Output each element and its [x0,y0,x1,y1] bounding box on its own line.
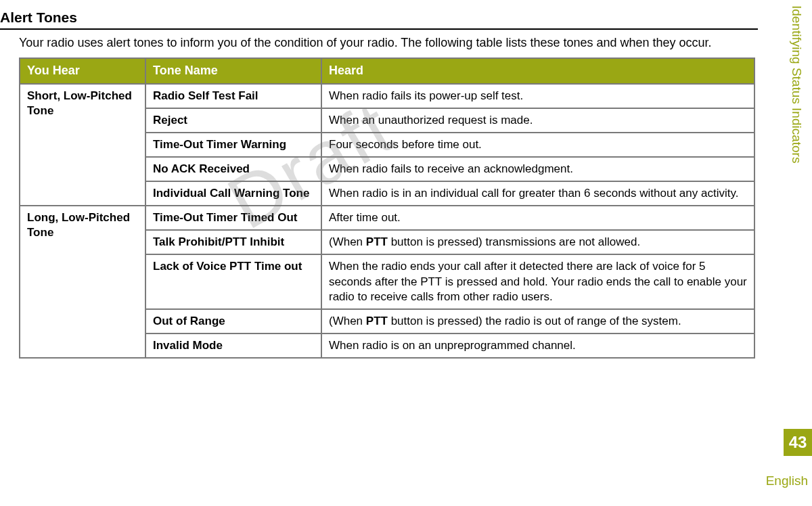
cell-tone-name: Talk Prohibit/PTT Inhibit [145,230,321,254]
cell-heard: When radio is in an individual call for … [321,181,754,206]
page-content: Alert Tones Your radio uses alert tones … [0,0,758,359]
cell-you-hear: Short, Low-Pitched Tone [20,84,145,206]
cell-heard: (When PTT button is pressed) transmissio… [321,230,754,254]
table-row: Short, Low-Pitched ToneRadio Self Test F… [20,84,754,108]
cell-tone-name: Time-Out Timer Timed Out [145,206,321,230]
section-title: Alert Tones [0,9,758,30]
cell-heard: (When PTT button is pressed) the radio i… [321,309,754,334]
table-row: Long, Low-Pitched ToneTime-Out Timer Tim… [20,206,754,230]
inline-bold: PTT [366,315,388,327]
cell-tone-name: Individual Call Warning Tone [145,181,321,206]
cell-heard: When the radio ends your call after it d… [321,254,754,308]
cell-heard: After time out. [321,206,754,230]
cell-tone-name: Lack of Voice PTT Time out [145,254,321,308]
cell-you-hear: Long, Low-Pitched Tone [20,206,145,358]
cell-heard: When radio fails its power-up self test. [321,84,754,108]
side-tab-label: Identifying Status Indicators [789,0,806,163]
inline-bold: PTT [366,235,388,248]
cell-tone-name: Out of Range [145,309,321,334]
header-you-hear: You Hear [20,58,145,83]
cell-tone-name: Invalid Mode [145,334,321,358]
page-number: 43 [784,429,812,456]
footer-language: English [766,474,808,488]
cell-heard: When radio fails to receive an acknowled… [321,157,754,181]
cell-tone-name: Time-Out Timer Warning [145,133,321,157]
alert-tones-table: You Hear Tone Name Heard Short, Low-Pitc… [19,58,755,359]
cell-tone-name: Radio Self Test Fail [145,84,321,108]
table-header-row: You Hear Tone Name Heard [20,58,754,83]
intro-paragraph: Your radio uses alert tones to inform yo… [19,35,758,51]
cell-tone-name: No ACK Received [145,157,321,181]
cell-heard: When an unauthorized request is made. [321,108,754,133]
side-tab: Identifying Status Indicators [789,0,812,216]
cell-tone-name: Reject [145,108,321,133]
cell-heard: Four seconds before time out. [321,133,754,157]
cell-heard: When radio is on an unpreprogrammed chan… [321,334,754,358]
header-heard: Heard [321,58,754,83]
header-tone-name: Tone Name [145,58,321,83]
